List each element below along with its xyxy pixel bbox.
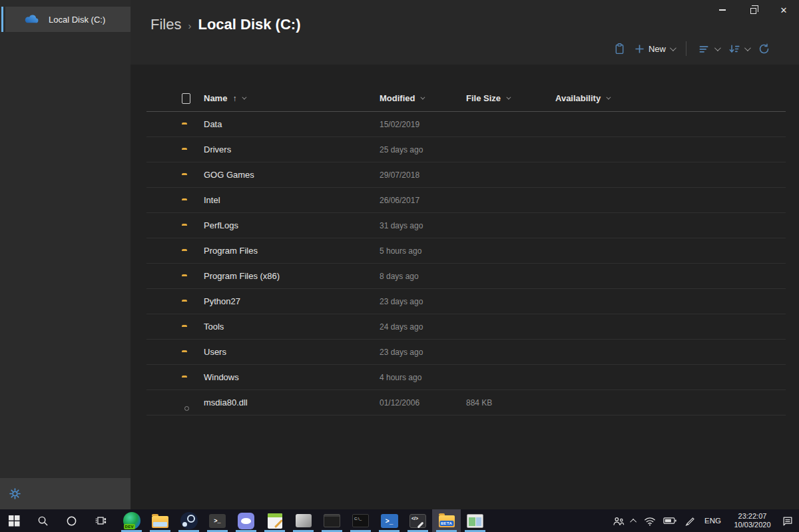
show-hidden-icons-button[interactable]: [632, 519, 637, 523]
sort-button[interactable]: [728, 43, 749, 55]
files-beta-icon: BETA: [439, 515, 455, 527]
start-button[interactable]: [0, 509, 29, 532]
modified-header-label: Modified: [380, 93, 415, 103]
taskbar-app-sandbox[interactable]: [461, 509, 489, 532]
table-row[interactable]: PerfLogs 31 days ago: [146, 213, 786, 238]
restore-button[interactable]: [738, 0, 768, 20]
discord-icon: [238, 513, 254, 529]
file-modified: 24 days ago: [380, 322, 466, 332]
search-button[interactable]: [29, 509, 57, 532]
file-name: Data: [204, 119, 380, 129]
chevron-down-icon: [744, 45, 751, 51]
breadcrumb: Files › Local Disk (C:): [150, 16, 300, 33]
taskbar-app-model-3d[interactable]: [289, 509, 318, 532]
chevron-down-icon: [714, 45, 721, 51]
taskbar-app-discord[interactable]: [232, 509, 260, 532]
table-row[interactable]: Data 15/02/2019: [146, 112, 786, 137]
file-name: Drivers: [204, 144, 380, 154]
file-modified: 25 days ago: [380, 145, 466, 154]
sidebar-footer: [0, 478, 131, 509]
breadcrumb-root[interactable]: Files: [150, 16, 181, 33]
selected-item-accent-bar: [1, 7, 3, 32]
wifi-button[interactable]: [644, 516, 656, 526]
clock-time: 23:22:07: [730, 512, 774, 521]
name-header-label: Name: [204, 93, 227, 103]
file-list: Data 15/02/2019 Drivers 25 days ago GOG …: [146, 112, 786, 415]
files-beta-badge: BETA: [439, 521, 453, 526]
clock[interactable]: 23:22:07 10/03/2020: [730, 512, 774, 529]
table-row[interactable]: msdia80.dll 01/12/2006 884 KB: [146, 390, 786, 415]
taskbar-app-console[interactable]: [318, 509, 346, 532]
table-row[interactable]: Python27 23 days ago: [146, 289, 786, 314]
table-row[interactable]: Program Files 5 hours ago: [146, 238, 786, 264]
console-icon: [324, 514, 340, 527]
people-button[interactable]: [612, 515, 625, 527]
minimize-button[interactable]: [707, 0, 738, 20]
file-name: Python27: [204, 296, 380, 306]
taskbar-apps: DEVBETA: [117, 509, 489, 532]
new-button-label: New: [649, 44, 666, 54]
table-row[interactable]: Intel 26/06/2017: [146, 188, 786, 213]
plus-icon: [635, 44, 645, 54]
table-row[interactable]: Tools 24 days ago: [146, 314, 786, 340]
file-modified: 23 days ago: [380, 348, 466, 357]
sidebar: Local Disk (C:): [0, 0, 131, 509]
table-row[interactable]: Users 23 days ago: [146, 340, 786, 365]
taskbar-app-dev-tools[interactable]: [403, 509, 432, 532]
sidebar-item-local-disk-c[interactable]: Local Disk (C:): [5, 7, 131, 32]
chevron-down-icon: [607, 95, 611, 100]
task-view-icon: [95, 515, 107, 527]
table-row[interactable]: Program Files (x86) 8 days ago: [146, 264, 786, 289]
taskbar-app-steam[interactable]: [174, 509, 203, 532]
taskbar-app-notes[interactable]: [260, 509, 289, 532]
steam-icon: [180, 512, 198, 529]
file-modified: 5 hours ago: [380, 246, 466, 256]
window-controls: ✕: [707, 0, 799, 20]
new-button[interactable]: New: [635, 44, 674, 54]
file-modified: 29/07/2018: [380, 170, 466, 180]
pen-button[interactable]: [684, 515, 695, 526]
dev-tools-icon: [409, 514, 426, 528]
taskbar-app-files-beta[interactable]: BETA: [432, 509, 461, 532]
size-header-label: File Size: [466, 93, 501, 103]
taskbar-app-edge-dev[interactable]: DEV: [117, 509, 146, 532]
language-indicator[interactable]: ENG: [702, 517, 723, 525]
battery-button[interactable]: [663, 516, 677, 525]
file-modified: 8 days ago: [380, 272, 466, 281]
cloud-drive-icon: [24, 14, 39, 25]
system-tray: ENG 23:22:07 10/03/2020: [612, 509, 799, 532]
layout-mode-button[interactable]: [698, 43, 719, 55]
file-name: Tools: [204, 322, 380, 332]
availability-column-header[interactable]: Availability: [555, 93, 786, 103]
icon-column-header[interactable]: [182, 93, 204, 104]
close-button[interactable]: ✕: [768, 0, 799, 20]
taskbar-app-file-explorer[interactable]: [146, 509, 174, 532]
refresh-button[interactable]: [758, 43, 770, 55]
modified-column-header[interactable]: Modified: [380, 93, 466, 103]
table-row[interactable]: Drivers 25 days ago: [146, 137, 786, 162]
edge-dev-badge: DEV: [124, 524, 135, 529]
table-row[interactable]: GOG Games 29/07/2018: [146, 162, 786, 188]
taskbar-app-terminal[interactable]: [203, 509, 232, 532]
toolbar-separator: [686, 41, 686, 56]
file-name: Program Files: [204, 246, 380, 256]
file-name: PerfLogs: [204, 220, 380, 230]
action-center-button[interactable]: [782, 515, 794, 527]
cortana-button[interactable]: [57, 509, 86, 532]
size-column-header[interactable]: File Size: [466, 93, 555, 103]
table-header-row: Name ↑ Modified File Size Availability: [146, 85, 786, 112]
task-view-button[interactable]: [86, 509, 115, 532]
taskbar-app-cmd[interactable]: [346, 509, 375, 532]
availability-header-label: Availability: [555, 93, 601, 103]
name-column-header[interactable]: Name ↑: [204, 93, 380, 103]
file-name: Intel: [204, 195, 380, 205]
breadcrumb-current: Local Disk (C:): [198, 16, 300, 33]
table-row[interactable]: Windows 4 hours ago: [146, 365, 786, 390]
taskbar: DEVBETA: [0, 509, 799, 532]
paste-button[interactable]: [613, 43, 626, 55]
file-modified: 01/12/2006: [380, 398, 466, 407]
taskbar-app-powershell[interactable]: [375, 509, 403, 532]
edge-dev-icon: DEV: [123, 512, 140, 529]
file-name: Windows: [204, 372, 380, 382]
settings-button[interactable]: [9, 487, 21, 500]
